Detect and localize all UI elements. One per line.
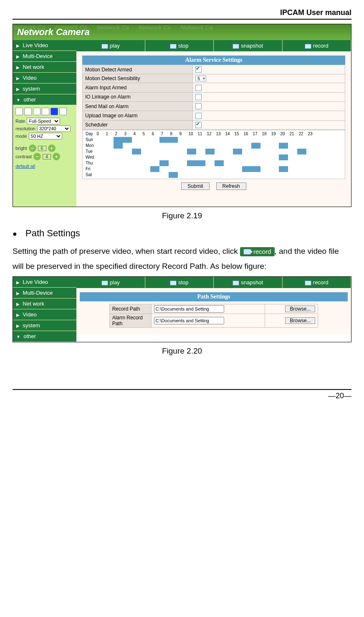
nav-system[interactable]: ▶ system [13,320,76,331]
path-label: Alarm Record Path [109,314,151,328]
stop-icon [170,44,177,49]
record-chip[interactable]: record [240,247,275,256]
checkbox[interactable] [195,122,202,128]
contrast-value: 4 [43,154,51,159]
nav-net-work[interactable]: ▶ Net work [13,298,76,309]
nav-other[interactable]: ▼ other [13,94,76,105]
setting-label: Alarm Input Armed [83,83,193,92]
scheduler-grid[interactable]: Day0123456789101112131415161718192021222… [82,130,345,179]
nav-other[interactable]: ▼ other [13,331,76,342]
sensibility-select[interactable]: 5 [195,76,206,81]
path-label: Record Path [109,304,151,314]
rate-label: Rate [15,119,25,124]
record-icon [305,281,311,286]
submit-button[interactable]: Submit [181,182,209,190]
checkbox[interactable] [195,103,202,109]
side-controls: Rate Full-Speed resolution 320*240 mode … [13,105,76,171]
path-panel-title: Path Settings [80,292,348,301]
ptz-pad[interactable] [15,108,74,115]
camera-icon [243,249,251,255]
toolbar-record-button[interactable]: record [283,277,351,288]
toolbar-record-button[interactable]: record [283,40,351,51]
setting-label: Upload Image on Alarm [83,111,193,120]
setting-label: Motion Detect Armed [83,65,193,74]
bright-label: bright [15,146,27,151]
setting-label: Motion Detect Sensibility [83,74,193,83]
stop-icon [170,281,177,286]
record-icon [305,44,311,49]
figure-caption-2: Figure 2.20 [13,346,351,356]
section-title: Path Settings [25,228,80,238]
checkbox[interactable] [195,113,202,119]
checkbox[interactable] [195,85,202,91]
document-header: IPCAM User manual [13,8,351,20]
path-input[interactable] [154,305,224,313]
play-icon [101,44,108,49]
contrast-minus-button[interactable]: − [33,153,41,160]
toolbar-play-button[interactable]: play [76,40,145,51]
snapshot-icon [233,281,239,286]
toolbar-stop-button[interactable]: stop [145,277,214,288]
toolbar-play-button[interactable]: play [76,277,145,288]
setting-label: IO Linkage on Alarm [83,92,193,101]
panel-title: Alarm Service Settings [82,56,345,65]
nav-video[interactable]: ▶ Video [13,309,76,320]
nav-net-work[interactable]: ▶ Net work [13,62,76,73]
figure-caption-1: Figure 2.19 [13,211,351,220]
bright-minus-button[interactable]: − [29,144,36,152]
app-banner: Network Camera Network Ca Network Ca Net… [13,24,351,40]
nav-system[interactable]: ▶ system [13,83,76,94]
toolbar-snapshot-button[interactable]: snapshot [214,40,283,51]
mode-select[interactable]: 50 HZ [29,133,62,139]
browse-button[interactable]: Browse... [285,306,315,312]
setting-label: Scheduler [83,120,193,129]
path-input[interactable] [154,317,224,324]
main-panel: Alarm Service Settings Motion Detect Arm… [76,51,351,207]
toolbar-stop-button[interactable]: stop [145,40,214,51]
refresh-button[interactable]: Refresh [216,182,246,190]
figure-2-20: ▶ Live Video▶ Multi-Device▶ Net work▶ Vi… [13,276,351,342]
browse-button[interactable]: Browse... [285,317,315,324]
resolution-label: resolution [15,126,35,131]
checkbox[interactable] [195,66,202,73]
toolbar-snapshot-button[interactable]: snapshot [214,277,283,288]
snapshot-icon [233,44,239,49]
rate-select[interactable]: Full-Speed [27,118,60,124]
mode-label: mode [15,134,27,139]
play-icon [101,281,108,286]
nav-multi-device[interactable]: ▶ Multi-Device [13,51,76,62]
setting-label: Send Mail on Alarm [83,101,193,111]
default-all-link[interactable]: default all [15,164,74,169]
nav-video[interactable]: ▶ Video [13,73,76,83]
page-number: —20— [13,389,351,400]
nav-multi-device[interactable]: ▶ Multi-Device [13,288,76,298]
bullet-icon: ● [13,230,17,238]
contrast-plus-button[interactable]: + [53,153,60,160]
sidebar: ▶ Live Video▶ Multi-Device▶ Net work▶ Vi… [13,40,76,207]
figure-2-19: Network Camera Network Ca Network Ca Net… [13,24,351,207]
nav-live-video[interactable]: ▶ Live Video [13,277,76,288]
bright-plus-button[interactable]: + [48,144,56,152]
checkbox[interactable] [195,94,202,100]
section-heading: ● Path Settings [13,228,351,239]
resolution-select[interactable]: 320*240 [37,125,71,132]
contrast-label: contrast [15,154,32,159]
nav-live-video[interactable]: ▶ Live Video [13,40,76,51]
bright-value: 6 [38,146,46,151]
body-paragraph: Setting the path of preserve video, when… [13,244,351,274]
